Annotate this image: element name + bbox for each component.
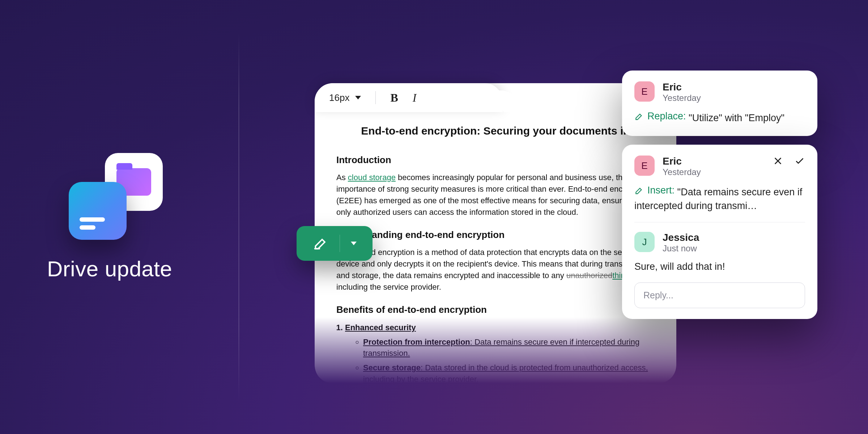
suggestion-card-insert[interactable]: E Eric Yesterday Insert: "Data remains s… (622, 145, 817, 319)
suggesting-mode-button[interactable] (297, 226, 373, 261)
reply-input[interactable] (634, 282, 805, 308)
bold-button[interactable]: B (390, 91, 398, 105)
font-size-value: 16px (329, 92, 349, 103)
document-title: End-to-end encryption: Securing your doc… (336, 123, 655, 139)
cloud-storage-link[interactable]: cloud storage (348, 173, 396, 182)
reply-text: Sure, will add that in! (634, 261, 725, 272)
understanding-paragraph: End-to-end encryption is a method of dat… (336, 247, 655, 293)
section-heading-intro: Introduction (336, 153, 655, 167)
tracked-delete: unauthorized (566, 271, 612, 280)
comment-time: Yesterday (663, 93, 701, 103)
toolbar-divider (375, 91, 376, 104)
italic-button[interactable]: I (413, 91, 417, 105)
vertical-divider (239, 33, 239, 401)
chevron-down-icon (351, 242, 357, 245)
check-icon[interactable] (794, 156, 805, 166)
editor-toolbar: 16px B I (315, 83, 503, 112)
edit-icon (634, 186, 644, 195)
avatar: E (634, 156, 655, 176)
comment-author: Eric (663, 81, 701, 93)
comment-author: Eric (663, 156, 701, 167)
edit-icon (313, 235, 329, 251)
chevron-down-icon (355, 96, 361, 99)
brand-icons (69, 153, 163, 240)
benefit-sub-1a: Protection from interception: Data remai… (363, 336, 655, 359)
benefit-sub-1b: Secure storage: Data stored in the cloud… (363, 362, 655, 383)
intro-paragraph: As cloud storage becomes increasingly po… (336, 172, 655, 218)
section-heading-understanding: Understanding end-to-end encryption (336, 228, 655, 242)
page-title: Drive update (47, 256, 239, 281)
benefit-item-1: Enhanced security Protection from interc… (345, 322, 655, 383)
drive-doc-icon (69, 182, 127, 240)
avatar: E (634, 81, 655, 102)
suggestion-text: "Utilize" with "Employ" (689, 112, 784, 123)
comment-time: Yesterday (663, 167, 701, 177)
comment-author: Jessica (663, 232, 699, 243)
edit-icon (634, 112, 644, 121)
section-heading-benefits: Benefits of end-to-end encryption (336, 303, 655, 317)
avatar: J (634, 232, 655, 252)
comment-time: Just now (663, 243, 699, 254)
benefits-list: Enhanced security Protection from interc… (345, 322, 655, 383)
font-size-selector[interactable]: 16px (329, 92, 361, 103)
suggestion-verb: Replace: (634, 110, 686, 123)
close-icon[interactable] (773, 156, 783, 166)
suggestion-verb: Insert: (634, 184, 675, 197)
suggestion-card-replace[interactable]: E Eric Yesterday Replace: "Utilize" with… (622, 71, 817, 136)
